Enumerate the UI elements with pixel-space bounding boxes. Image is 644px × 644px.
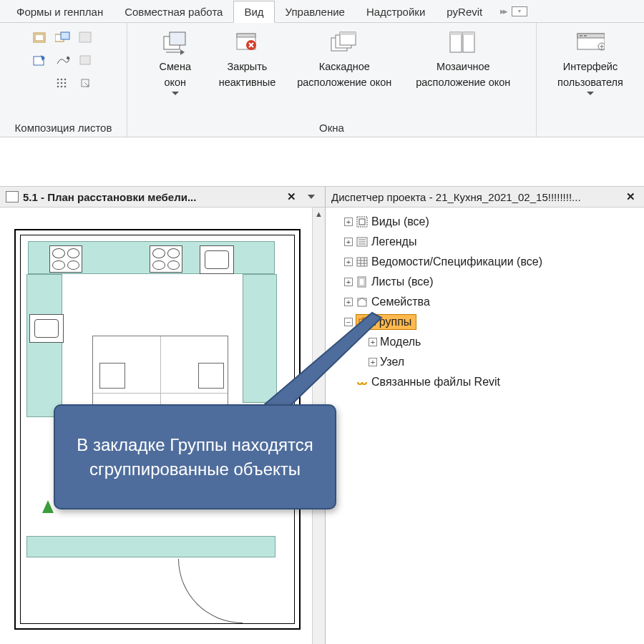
panel-ui: Интерфейс пользователя xyxy=(537,23,644,137)
svg-point-16 xyxy=(64,86,66,88)
cascade-label-1: Каскадное xyxy=(319,60,370,73)
svg-rect-33 xyxy=(580,35,582,36)
sheet-icon-8[interactable] xyxy=(54,74,72,93)
svg-point-9 xyxy=(60,79,62,81)
user-interface-button[interactable]: Интерфейс пользователя xyxy=(557,29,623,96)
tab-collab[interactable]: Совместная работа xyxy=(114,1,233,22)
tree-schedules[interactable]: + Ведомости/Спецификации (все) xyxy=(331,252,638,272)
tree-label: Виды (все) xyxy=(371,215,429,228)
scroll-up-icon[interactable]: ▲ xyxy=(313,208,325,220)
families-icon xyxy=(356,296,369,308)
browser-title: Диспетчер проекта - 21_Кухня_2021_02_15!… xyxy=(331,191,619,203)
svg-rect-21 xyxy=(237,34,255,37)
cascade-button[interactable]: Каскадное расположение окон xyxy=(294,29,394,89)
sheet-icon-7 xyxy=(31,74,49,93)
cooktop-1 xyxy=(49,245,82,273)
expander-icon[interactable]: + xyxy=(344,278,353,286)
browser-header: Диспетчер проекта - 21_Кухня_2021_02_15!… xyxy=(326,186,644,208)
chevron-down-icon xyxy=(587,92,594,96)
svg-rect-7 xyxy=(80,56,90,64)
svg-rect-3 xyxy=(61,32,69,39)
expander-icon[interactable]: + xyxy=(344,238,353,246)
ribbon-tabs: Формы и генплан Совместная работа Вид Уп… xyxy=(0,0,644,23)
panel-sheet-composition: Композиция листов xyxy=(0,23,127,137)
sink-right xyxy=(200,245,234,274)
view-tab-title[interactable]: 5.1 - План расстановки мебели... xyxy=(23,191,280,203)
cooktop-2 xyxy=(150,245,182,273)
svg-rect-27 xyxy=(450,32,462,52)
ribbon-minimize-icon[interactable]: ▾ xyxy=(512,6,527,16)
expander-icon[interactable]: + xyxy=(344,218,353,226)
panel-windows: Смена окон Закрыть неактивные Каскадное … xyxy=(127,23,537,137)
counter-left xyxy=(26,274,62,417)
tab-forms[interactable]: Формы и генплан xyxy=(6,1,114,22)
cascade-label-2: расположение окон xyxy=(297,76,391,89)
view-doc-icon xyxy=(6,191,19,203)
svg-marker-52 xyxy=(250,313,381,416)
sheet-icon-5[interactable] xyxy=(54,52,72,70)
ui-label-1: Интерфейс xyxy=(563,60,618,73)
svg-rect-26 xyxy=(340,32,356,35)
close-inactive-button[interactable]: Закрыть неактивные xyxy=(219,29,276,89)
svg-point-11 xyxy=(57,82,59,84)
chair-3 xyxy=(198,363,224,389)
sheet-icon-1[interactable] xyxy=(31,29,49,47)
svg-point-10 xyxy=(64,79,66,81)
counter-bottom xyxy=(26,536,275,557)
tab-view[interactable]: Вид xyxy=(233,1,274,23)
tile-button[interactable]: Мозаичное расположение окон xyxy=(413,29,513,89)
switch-windows-button[interactable]: Смена окон xyxy=(150,29,200,96)
svg-point-15 xyxy=(60,86,62,88)
panel-label-windows: Окна xyxy=(319,119,344,134)
door-symbol xyxy=(178,559,243,623)
view-tab-close[interactable]: ✕ xyxy=(284,190,299,203)
tree-label: Связанные файлы Revit xyxy=(371,376,500,389)
tree-label: Легенды xyxy=(371,235,416,248)
panel-label-sheets: Композиция листов xyxy=(15,119,112,134)
tab-addins[interactable]: Надстройки xyxy=(356,1,436,22)
ui-label-2: пользователя xyxy=(557,76,623,89)
expander-icon[interactable]: + xyxy=(344,258,353,266)
svg-point-6 xyxy=(67,57,69,59)
sheet-icon-6[interactable] xyxy=(77,52,95,70)
panel-label-ui xyxy=(589,119,592,134)
svg-rect-30 xyxy=(463,32,474,35)
sheet-icon-3[interactable] xyxy=(77,29,95,47)
callout-tooltip: В закладке Группы находятся сгруппирован… xyxy=(54,404,336,509)
tab-manage[interactable]: Управление xyxy=(275,1,356,22)
svg-point-13 xyxy=(64,82,66,84)
close-label-2: неактивные xyxy=(219,76,276,89)
legends-icon xyxy=(356,235,369,248)
tree-label: Семейства xyxy=(371,296,430,308)
browser-close[interactable]: ✕ xyxy=(623,190,638,203)
tree-label: Ведомости/Спецификации (все) xyxy=(371,255,542,268)
sheet-icon-2[interactable] xyxy=(54,29,72,47)
svg-rect-42 xyxy=(357,258,367,266)
svg-point-14 xyxy=(57,86,59,88)
tree-label: Листы (все) xyxy=(371,275,434,288)
tree-views[interactable]: + Виды (все) xyxy=(331,212,638,232)
tile-label-1: Мозаичное xyxy=(436,60,490,73)
tree-legends[interactable]: + Легенды xyxy=(331,232,638,252)
tab-overflow-icon[interactable]: ▸▸ ▾ xyxy=(500,6,527,16)
svg-rect-34 xyxy=(584,35,587,36)
chevron-down-icon xyxy=(172,92,179,96)
chair-1 xyxy=(99,363,125,389)
svg-rect-28 xyxy=(463,32,474,52)
sink-left xyxy=(29,314,64,343)
panel-expand-icon[interactable] xyxy=(77,74,95,93)
svg-rect-37 xyxy=(359,219,365,225)
switch-label-1: Смена xyxy=(159,60,191,73)
tree-sheets[interactable]: + Листы (все) xyxy=(331,272,638,292)
expander-icon[interactable]: + xyxy=(344,298,353,306)
views-icon xyxy=(356,215,369,228)
switch-label-2: окон xyxy=(164,76,186,89)
tab-pyrevit[interactable]: pyRevit xyxy=(436,1,493,22)
svg-rect-19 xyxy=(170,32,185,45)
sheets-icon xyxy=(356,275,369,288)
schedules-icon xyxy=(356,255,369,268)
svg-point-8 xyxy=(57,79,59,81)
sheet-icon-4[interactable] xyxy=(31,52,49,70)
svg-rect-4 xyxy=(79,32,91,42)
view-tab-dropdown-icon[interactable] xyxy=(308,195,315,199)
